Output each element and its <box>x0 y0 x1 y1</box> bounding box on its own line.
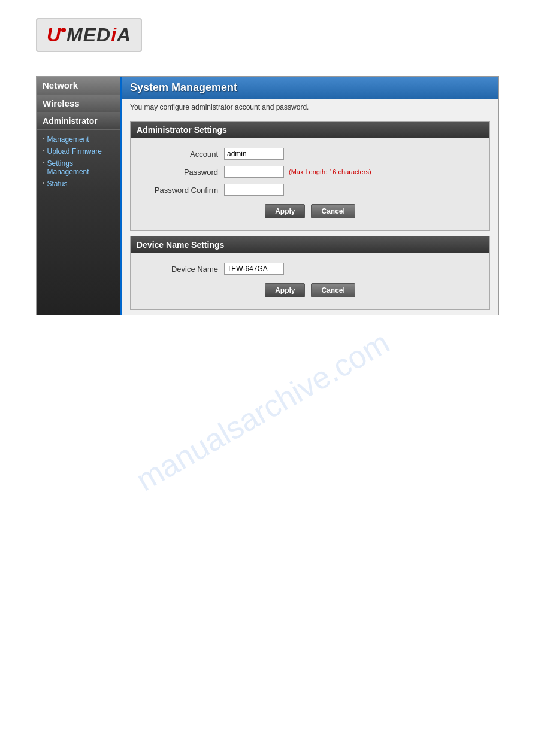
bullet-icon: • <box>43 135 45 142</box>
sidebar-link-management[interactable]: Management <box>47 135 89 144</box>
admin-settings-section: Administrator Settings Account Password … <box>130 121 490 231</box>
password-hint: (Max Length: 16 characters) <box>289 168 371 175</box>
sidebar-nav: • Management • Upload Firmware • Setting… <box>37 130 120 193</box>
sidebar-item-settings-management[interactable]: • Settings Management <box>43 157 117 178</box>
device-name-input[interactable] <box>224 263 284 275</box>
logo-u: U <box>47 24 61 46</box>
admin-cancel-button[interactable]: Cancel <box>311 204 355 218</box>
sidebar-link-settings-management[interactable]: Settings Management <box>47 159 117 176</box>
bullet-icon: • <box>43 180 45 186</box>
password-row: Password (Max Length: 16 characters) <box>140 166 480 178</box>
sidebar-section-wireless[interactable]: Wireless <box>37 95 120 113</box>
device-cancel-button[interactable]: Cancel <box>311 283 355 297</box>
account-label: Account <box>140 150 224 159</box>
password-label: Password <box>140 168 224 177</box>
main-container: Network Wireless Administrator • Managem… <box>36 76 499 315</box>
device-settings-body: Device Name Apply Cancel <box>131 253 489 309</box>
device-settings-section: Device Name Settings Device Name Apply C… <box>130 236 490 310</box>
device-button-row: Apply Cancel <box>140 283 480 300</box>
password-confirm-row: Password Confirm <box>140 184 480 196</box>
sidebar-item-management[interactable]: • Management <box>43 133 117 145</box>
watermark: manualsarchive.com <box>130 324 395 498</box>
admin-apply-button[interactable]: Apply <box>265 204 305 218</box>
account-row: Account <box>140 148 480 160</box>
bullet-icon: • <box>43 147 45 154</box>
admin-settings-body: Account Password (Max Length: 16 charact… <box>131 138 489 230</box>
sidebar-section-administrator[interactable]: Administrator <box>37 113 120 130</box>
sidebar-link-status[interactable]: Status <box>47 180 68 188</box>
password-confirm-input[interactable] <box>224 184 284 196</box>
password-input[interactable] <box>224 166 284 178</box>
logo: U MEDiA <box>36 18 142 52</box>
device-name-row: Device Name <box>140 263 480 275</box>
page-header: System Management <box>122 77 498 99</box>
sidebar: Network Wireless Administrator • Managem… <box>37 77 120 315</box>
logo-media: MEDiA <box>67 24 131 46</box>
sidebar-item-upload-firmware[interactable]: • Upload Firmware <box>43 145 117 157</box>
password-confirm-label: Password Confirm <box>140 186 224 195</box>
admin-button-row: Apply Cancel <box>140 204 480 221</box>
device-settings-header: Device Name Settings <box>131 236 489 253</box>
bullet-icon: • <box>43 159 45 166</box>
device-name-label: Device Name <box>140 265 224 274</box>
admin-settings-header: Administrator Settings <box>131 122 489 138</box>
sidebar-section-network[interactable]: Network <box>37 77 120 95</box>
page-title: System Management <box>130 81 490 94</box>
page-subtitle: You may configure administrator account … <box>122 99 498 116</box>
logo-dot <box>61 28 66 32</box>
content-area: System Management You may configure admi… <box>120 77 498 315</box>
logo-area: U MEDiA <box>0 0 535 64</box>
sidebar-item-status[interactable]: • Status <box>43 178 117 190</box>
device-apply-button[interactable]: Apply <box>265 283 305 297</box>
sidebar-link-upload-firmware[interactable]: Upload Firmware <box>47 147 102 156</box>
account-input[interactable] <box>224 148 284 160</box>
